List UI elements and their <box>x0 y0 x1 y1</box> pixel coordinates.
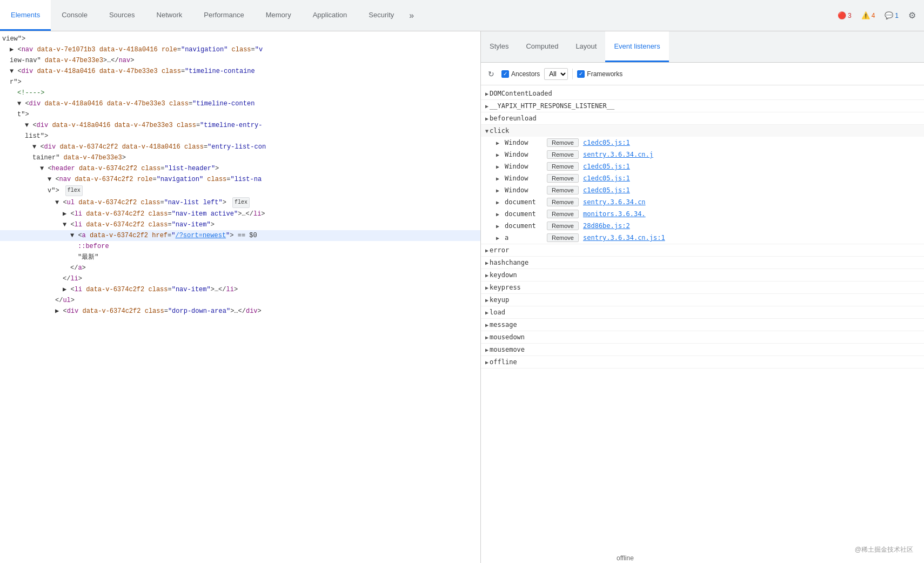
tab-computed[interactable]: Computed <box>517 31 567 62</box>
dom-tree-line[interactable]: <!----> <box>0 88 480 98</box>
event-list[interactable]: ▶DOMContentLoaded▶__YAPIX_HTTP_RESPONSE_… <box>481 85 924 563</box>
tab-elements[interactable]: Elements <box>0 0 51 31</box>
dom-tree-line[interactable]: ▼ <nav data-v-6374c2f2 role="navigation"… <box>0 174 480 185</box>
remove-listener-button[interactable]: Remove <box>547 162 579 171</box>
dom-tree-line[interactable]: list"> <box>0 131 480 142</box>
dom-tree-line[interactable]: ▶ <nav data-v-7e1071b3 data-v-418a0416 r… <box>0 44 480 55</box>
dom-tree-line[interactable]: v"> flex <box>0 185 480 197</box>
event-group: ▶DOMContentLoaded <box>481 88 924 100</box>
dom-tree-line[interactable]: t"> <box>0 109 480 120</box>
settings-button[interactable]: ⚙ <box>905 8 920 23</box>
event-source-link[interactable]: c1edc05.js:1 <box>583 175 630 182</box>
tab-memory[interactable]: Memory <box>255 0 302 31</box>
event-group-header[interactable]: ▶mousemove <box>481 344 924 356</box>
frameworks-label: Frameworks <box>587 70 622 78</box>
tab-styles[interactable]: Styles <box>481 31 517 62</box>
dom-tree-panel[interactable]: view">▶ <nav data-v-7e1071b3 data-v-418a… <box>0 31 481 563</box>
event-source-link[interactable]: sentry.3.6.34.cn.j <box>583 151 653 158</box>
tab-sources[interactable]: Sources <box>98 0 146 31</box>
warn-count: 4 <box>872 12 875 19</box>
dom-tree-line[interactable]: view"> <box>0 33 480 44</box>
tab-performance[interactable]: Performance <box>193 0 255 31</box>
dom-tree-line[interactable]: ▼ <ul data-v-6374c2f2 class="nav-list le… <box>0 197 480 209</box>
warn-badge[interactable]: ⚠️ 4 <box>858 10 879 21</box>
event-group-header[interactable]: ▼click <box>481 125 924 137</box>
event-group-header[interactable]: ▶error <box>481 244 924 256</box>
remove-listener-button[interactable]: Remove <box>547 198 579 206</box>
remove-listener-button[interactable]: Remove <box>547 150 579 159</box>
dom-tree-line[interactable]: r"> <box>0 77 480 88</box>
dom-tree-line[interactable]: "最新" <box>0 252 480 263</box>
event-source-link[interactable]: c1edc05.js:1 <box>583 139 630 146</box>
frameworks-checkbox-label[interactable]: ✓ Frameworks <box>577 70 622 78</box>
event-group-header[interactable]: ▶hashchange <box>481 257 924 269</box>
event-source-link[interactable]: monitors.3.6.34. <box>583 210 646 218</box>
item-triangle-icon: ▶ <box>496 176 499 182</box>
dom-tree-line[interactable]: </a> <box>0 263 480 273</box>
item-triangle-icon: ▶ <box>496 235 499 241</box>
dom-tree-line[interactable]: ▼ <div data-v-418a0416 data-v-47be33e3 c… <box>0 120 480 131</box>
dom-tree-line[interactable]: tainer" data-v-47be33e3> <box>0 152 480 163</box>
dom-tree-line[interactable]: ▼ <a data-v-6374c2f2 href="/?sort=newest… <box>0 230 480 241</box>
tab-network[interactable]: Network <box>146 0 193 31</box>
tab-bar-actions: 🔴 3 ⚠️ 4 💬 1 ⚙ <box>834 0 924 31</box>
event-listener-item: ▶WindowRemovec1edc05.js:1 <box>481 160 924 172</box>
event-group-header[interactable]: ▶__YAPIX_HTTP_RESPONSE_LISTENER__ <box>481 100 924 112</box>
tab-security[interactable]: Security <box>358 0 405 31</box>
remove-listener-button[interactable]: Remove <box>547 186 579 195</box>
remove-listener-button[interactable]: Remove <box>547 138 579 147</box>
event-group-header[interactable]: ▶DOMContentLoaded <box>481 88 924 99</box>
ancestors-checkbox[interactable]: ✓ <box>501 70 509 78</box>
tab-console[interactable]: Console <box>51 0 98 31</box>
dom-tree-line[interactable]: </ul> <box>0 295 480 306</box>
tab-console-label: Console <box>62 11 88 19</box>
event-group-header[interactable]: ▶offline <box>481 356 924 368</box>
info-badge[interactable]: 💬 1 <box>881 10 902 21</box>
refresh-button[interactable]: ↻ <box>485 68 497 80</box>
event-source-link[interactable]: sentry.3.6.34.cn.js:1 <box>583 234 665 242</box>
info-icon: 💬 <box>885 11 893 19</box>
item-triangle-icon: ▶ <box>496 199 499 205</box>
more-tabs-button[interactable]: » <box>405 0 418 31</box>
event-source-link[interactable]: c1edc05.js:1 <box>583 186 630 194</box>
dom-tree-line[interactable]: ▶ <li data-v-6374c2f2 class="nav-item">…… <box>0 284 480 295</box>
event-group-header[interactable]: ▶beforeunload <box>481 112 924 124</box>
event-group-header[interactable]: ▶mousedown <box>481 331 924 343</box>
event-group-header[interactable]: ▶keydown <box>481 269 924 281</box>
error-badge[interactable]: 🔴 3 <box>834 10 855 21</box>
warn-icon: ⚠️ <box>861 11 870 19</box>
event-group-header[interactable]: ▶keyup <box>481 294 924 306</box>
event-group-header[interactable]: ▶message <box>481 319 924 331</box>
event-source-link[interactable]: 28d86be.js:2 <box>583 222 630 230</box>
event-source-link[interactable]: c1edc05.js:1 <box>583 163 630 170</box>
dom-tree-line[interactable]: iew-nav" data-v-47be33e3>…</nav> <box>0 55 480 66</box>
event-group-header[interactable]: ▶keypress <box>481 282 924 293</box>
remove-listener-button[interactable]: Remove <box>547 222 579 230</box>
dom-tree-line[interactable]: ▼ <div data-v-6374c2f2 data-v-418a0416 c… <box>0 142 480 152</box>
right-tab-bar: Styles Computed Layout Event listeners <box>481 31 924 63</box>
dom-tree-line[interactable]: ▶ <li data-v-6374c2f2 class="nav-item ac… <box>0 209 480 219</box>
frameworks-checkbox[interactable]: ✓ <box>577 70 585 78</box>
dom-tree-line[interactable]: ▼ <li data-v-6374c2f2 class="nav-item"> <box>0 219 480 230</box>
dom-tree-line[interactable]: ▼ <header data-v-6374c2f2 class="list-he… <box>0 163 480 174</box>
tab-application[interactable]: Application <box>302 0 358 31</box>
tab-layout[interactable]: Layout <box>567 31 605 62</box>
dom-tree-line[interactable]: ▼ <div data-v-418a0416 data-v-47be33e3 c… <box>0 98 480 109</box>
event-source-link[interactable]: sentry.3.6.34.cn <box>583 198 646 206</box>
dom-tree-line[interactable]: ::before <box>0 241 480 252</box>
ancestors-checkbox-label[interactable]: ✓ Ancestors <box>501 70 540 78</box>
event-listener-item: ▶WindowRemovec1edc05.js:1 <box>481 137 924 149</box>
dom-tree-line[interactable]: ▼ <div data-v-418a0416 data-v-47be33e3 c… <box>0 66 480 77</box>
event-name: mousemove <box>490 346 525 353</box>
event-name: keypress <box>490 284 521 291</box>
dom-tree-line[interactable]: ▶ <div data-v-6374c2f2 class="dorp-down-… <box>0 306 480 317</box>
event-group: ▼click▶WindowRemovec1edc05.js:1▶WindowRe… <box>481 125 924 244</box>
dom-tree-line[interactable]: </li> <box>0 273 480 284</box>
remove-listener-button[interactable]: Remove <box>547 210 579 218</box>
ancestors-select[interactable]: All <box>544 68 568 80</box>
remove-listener-button[interactable]: Remove <box>547 233 579 242</box>
event-group-header[interactable]: ▶load <box>481 306 924 318</box>
error-count: 3 <box>848 12 852 19</box>
remove-listener-button[interactable]: Remove <box>547 174 579 183</box>
tab-event-listeners[interactable]: Event listeners <box>605 31 668 62</box>
